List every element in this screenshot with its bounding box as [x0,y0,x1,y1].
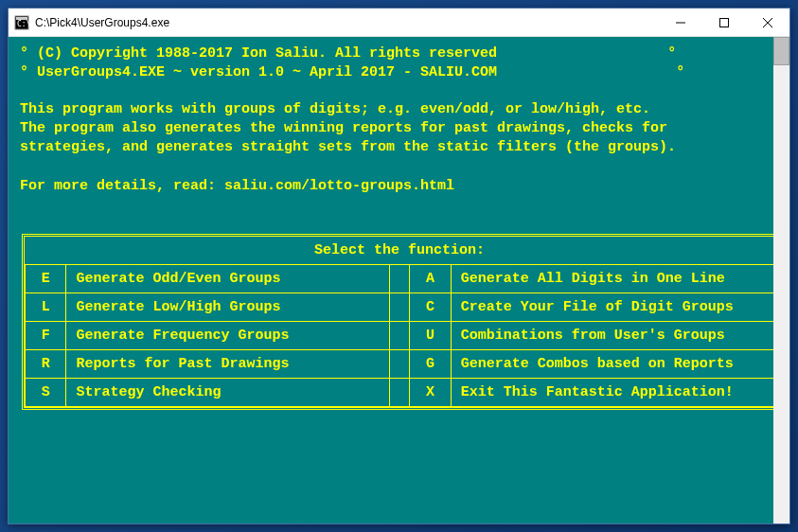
menu-key-f[interactable]: F [26,321,66,349]
titlebar: C:\ C:\Pick4\UserGroups4.exe [9,9,789,37]
minimize-icon [676,18,685,27]
svg-rect-4 [720,18,729,27]
menu-key-s[interactable]: S [26,378,66,406]
menu-table: Select the function: E Generate Odd/Even… [25,237,774,407]
menu-title: Select the function: [26,237,774,265]
menu-key-u[interactable]: U [410,321,451,349]
menu-separator [389,293,410,321]
svg-text:C:\: C:\ [17,20,29,28]
menu-label-create-file[interactable]: Create Your File of Digit Groups [451,293,773,321]
menu-label-frequency[interactable]: Generate Frequency Groups [66,321,389,349]
app-icon: C:\ [14,15,29,30]
menu-row: F Generate Frequency Groups U Combinatio… [26,321,774,349]
menu-label-combinations[interactable]: Combinations from User's Groups [451,321,773,349]
close-button[interactable] [746,9,789,36]
desc-line-1: This program works with groups of digits… [20,101,650,117]
menu-label-reports[interactable]: Reports for Past Drawings [66,349,389,378]
minimize-button[interactable] [659,9,702,36]
window-controls [659,9,789,36]
menu-key-g[interactable]: G [410,349,451,378]
menu-container: Select the function: E Generate Odd/Even… [20,234,786,410]
console-area: ° (C) Copyright 1988-2017 Ion Saliu. All… [9,37,789,523]
menu-separator [389,321,410,349]
app-window: C:\ C:\Pick4\UserGroups4.exe ° (C) Copyr… [8,8,790,524]
menu-label-strategy[interactable]: Strategy Checking [66,378,389,406]
menu-label-gen-combos[interactable]: Generate Combos based on Reports [451,349,773,378]
version-line: ° UserGroups4.EXE ~ version 1.0 ~ April … [20,63,786,82]
menu-key-a[interactable]: A [410,264,451,293]
menu-row: S Strategy Checking X Exit This Fantasti… [26,378,774,406]
desc-line-4: For more details, read: saliu.com/lotto-… [20,178,454,194]
copyright-line: ° (C) Copyright 1988-2017 Ion Saliu. All… [20,44,786,63]
menu-label-odd-even[interactable]: Generate Odd/Even Groups [66,264,389,293]
menu-key-r[interactable]: R [26,349,66,378]
menu-row: R Reports for Past Drawings G Generate C… [26,349,774,378]
menu-key-e[interactable]: E [26,264,66,293]
menu-key-l[interactable]: L [26,293,66,321]
menu-label-exit[interactable]: Exit This Fantastic Application! [451,378,773,406]
menu-key-x[interactable]: X [410,378,451,406]
desc-line-3: strategies, and generates straight sets … [20,139,676,155]
menu-title-row: Select the function: [26,237,774,265]
vertical-scrollbar[interactable] [773,37,789,523]
menu-box: Select the function: E Generate Odd/Even… [22,234,777,410]
menu-separator [389,264,410,293]
menu-label-low-high[interactable]: Generate Low/High Groups [66,293,389,321]
maximize-button[interactable] [702,9,746,36]
menu-separator [389,349,410,378]
description-block: This program works with groups of digits… [20,100,786,196]
menu-label-all-digits[interactable]: Generate All Digits in One Line [451,264,773,293]
window-title: C:\Pick4\UserGroups4.exe [35,16,659,29]
copyright-text: (C) Copyright 1988-2017 Ion Saliu. All r… [37,45,497,62]
menu-key-c[interactable]: C [410,293,451,321]
menu-separator [389,378,410,406]
maximize-icon [719,18,729,27]
version-text: UserGroups4.EXE ~ version 1.0 ~ April 20… [37,64,497,80]
scrollbar-thumb[interactable] [773,37,789,65]
close-icon [763,18,772,27]
menu-row: L Generate Low/High Groups C Create Your… [26,293,774,321]
menu-row: E Generate Odd/Even Groups A Generate Al… [26,264,774,293]
desc-line-2: The program also generates the winning r… [20,120,667,136]
